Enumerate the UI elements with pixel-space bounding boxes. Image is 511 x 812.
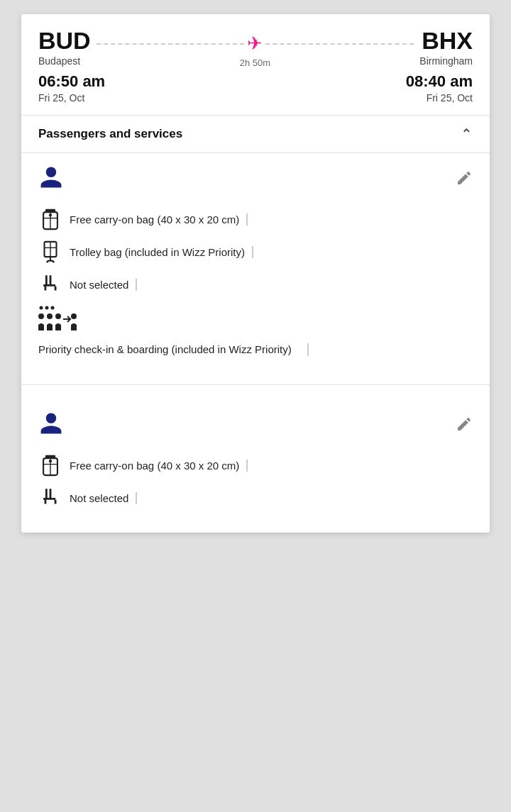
origin-code: BUD <box>38 28 91 52</box>
person-svg-1 <box>38 165 64 190</box>
destination-date: Fri 25, Oct <box>406 92 473 104</box>
passenger-1-header <box>38 165 473 196</box>
passenger-1-avatar <box>38 165 64 196</box>
svg-point-18 <box>71 313 77 319</box>
svg-point-23 <box>49 460 52 462</box>
passenger-divider <box>21 384 490 385</box>
bag-icon-wrap-1 <box>38 207 70 231</box>
service-seat-2: Not selected <box>38 486 473 510</box>
edit-svg-2 <box>456 416 473 433</box>
person-svg-2 <box>38 411 64 436</box>
svg-point-17 <box>55 313 61 319</box>
seat-text-2: Not selected <box>70 492 137 504</box>
origin-time: 06:50 am <box>38 72 105 91</box>
destination-time-info: 08:40 am Fri 25, Oct <box>406 71 473 104</box>
edit-svg-1 <box>456 169 473 187</box>
passenger-2-avatar <box>38 411 64 442</box>
priority-text-1: Priority check-in & boarding (included i… <box>38 343 299 355</box>
passenger-2-section: Free carry-on bag (40 x 30 x 20 cm) Not … <box>21 399 490 533</box>
carry-on-bag-icon-2 <box>38 453 62 477</box>
service-carry-on-2: Free carry-on bag (40 x 30 x 20 cm) <box>38 453 473 477</box>
origin-time-info: 06:50 am Fri 25, Oct <box>38 71 105 104</box>
seat-icon-wrap-1 <box>38 272 70 296</box>
passengers-section-header[interactable]: Passengers and services ⌃ <box>21 115 490 153</box>
destination-info: BHX Birmingham <box>419 28 473 67</box>
passenger-2-header <box>38 411 473 442</box>
trolley-icon-wrap-1 <box>38 240 70 264</box>
chevron-up-icon: ⌃ <box>461 126 473 143</box>
trolley-text-1: Trolley bag (included in Wizz Priority) <box>70 246 253 258</box>
svg-point-13 <box>45 306 49 310</box>
carry-on-bag-icon-1 <box>38 207 62 231</box>
carry-on-text-2: Free carry-on bag (40 x 30 x 20 cm) <box>70 460 248 472</box>
seat-icon-2 <box>38 486 62 510</box>
service-carry-on-1: Free carry-on bag (40 x 30 x 20 cm) <box>38 207 473 231</box>
svg-point-12 <box>40 306 43 310</box>
seat-icon-wrap-2 <box>38 486 70 510</box>
origin-city: Budapest <box>38 55 91 67</box>
seat-text-1: Not selected <box>70 279 137 291</box>
flight-header: BUD Budapest ✈ 2h 50m BHX Birmingham 06:… <box>21 14 490 115</box>
destination-code: BHX <box>419 28 473 52</box>
destination-time: 08:40 am <box>406 72 473 91</box>
dash-left <box>97 43 245 45</box>
svg-point-10 <box>46 261 48 263</box>
priority-icon-1 <box>38 305 78 336</box>
bag-icon-wrap-2 <box>38 453 70 477</box>
destination-city: Birmingham <box>419 55 473 67</box>
service-priority-1: Priority check-in & boarding (included i… <box>38 305 473 356</box>
svg-point-4 <box>49 213 52 216</box>
svg-point-11 <box>53 261 55 263</box>
svg-point-15 <box>38 313 44 319</box>
flight-middle: ✈ 2h 50m <box>91 28 420 68</box>
origin-info: BUD Budapest <box>38 28 91 67</box>
origin-date: Fri 25, Oct <box>38 92 105 104</box>
seat-icon-1 <box>38 272 62 296</box>
svg-point-16 <box>47 313 53 319</box>
svg-point-14 <box>51 306 55 310</box>
plane-icon: ✈ <box>247 33 263 55</box>
dash-right <box>265 43 414 45</box>
service-trolley-1: Trolley bag (included in Wizz Priority) <box>38 240 473 264</box>
trolley-bag-icon-1 <box>38 240 62 264</box>
passenger-1-section: Free carry-on bag (40 x 30 x 20 cm) Trol… <box>21 153 490 370</box>
service-seat-1: Not selected <box>38 272 473 296</box>
flight-duration: 2h 50m <box>97 57 414 68</box>
carry-on-text-1: Free carry-on bag (40 x 30 x 20 cm) <box>70 213 248 226</box>
passenger-2-edit-icon[interactable] <box>456 416 473 437</box>
passenger-1-edit-icon[interactable] <box>456 169 473 191</box>
flight-card: BUD Budapest ✈ 2h 50m BHX Birmingham 06:… <box>21 14 490 533</box>
section-title: Passengers and services <box>38 127 182 141</box>
